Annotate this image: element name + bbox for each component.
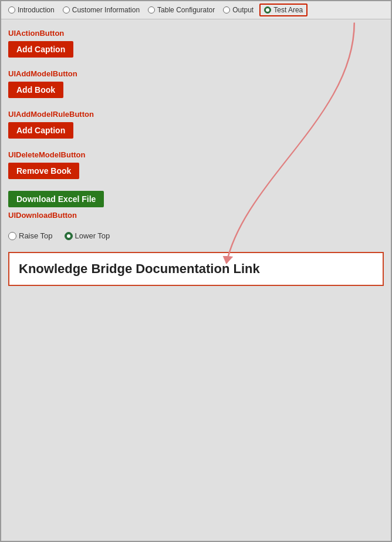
radio-label-lower: Lower Top <box>75 231 110 240</box>
section-delete-model: UIDeleteModelButton Remove Book <box>8 150 384 179</box>
nav-tabs: Introduction Customer Information Table … <box>1 1 391 19</box>
tab-label-test: Test Area <box>273 6 303 14</box>
tab-radio-test <box>264 6 271 14</box>
tab-table-configurator[interactable]: Table Configurator <box>146 5 217 15</box>
add-caption-button-2[interactable]: Add Caption <box>8 122 73 139</box>
tab-introduction[interactable]: Introduction <box>6 5 57 15</box>
tab-radio-introduction <box>8 6 15 14</box>
section-add-model: UIAddModelButton Add Book <box>8 69 384 98</box>
main-container: Introduction Customer Information Table … <box>0 0 392 542</box>
section-radio: Raise Top Lower Top <box>8 231 384 240</box>
download-excel-button[interactable]: Download Excel File <box>8 191 104 207</box>
tab-label-table: Table Configurator <box>157 6 215 14</box>
tab-output[interactable]: Output <box>221 5 256 15</box>
radio-raise-top[interactable]: Raise Top <box>8 231 53 240</box>
add-caption-button-1[interactable]: Add Caption <box>8 41 73 58</box>
label-action-button: UIActionButton <box>8 29 384 38</box>
tab-label-customer: Customer Information <box>72 6 140 14</box>
knowledge-bridge-text: Knowledge Bridge Documentation Link <box>19 261 260 276</box>
tab-customer-information[interactable]: Customer Information <box>60 5 142 15</box>
tab-radio-customer <box>63 6 70 14</box>
tab-radio-output <box>223 6 230 14</box>
radio-circle-raise <box>8 232 16 240</box>
radio-lower-top[interactable]: Lower Top <box>65 231 110 240</box>
tab-test-area[interactable]: Test Area <box>259 4 307 16</box>
section-action-button: UIActionButton Add Caption <box>8 29 384 58</box>
radio-circle-lower <box>65 232 73 240</box>
label-add-model-rule: UIAddModelRuleButton <box>8 110 384 119</box>
label-download: UIDownloadButton <box>8 211 384 220</box>
tab-label-output: Output <box>232 6 254 14</box>
tab-radio-table <box>148 6 155 14</box>
radio-group: Raise Top Lower Top <box>8 231 384 240</box>
remove-book-button[interactable]: Remove Book <box>8 163 79 179</box>
label-add-model: UIAddModelButton <box>8 69 384 78</box>
knowledge-bridge-box[interactable]: Knowledge Bridge Documentation Link <box>8 252 384 286</box>
main-content: UIActionButton Add Caption UIAddModelBut… <box>1 19 391 295</box>
section-add-model-rule: UIAddModelRuleButton Add Caption <box>8 110 384 139</box>
label-delete-model: UIDeleteModelButton <box>8 150 384 159</box>
section-download: Download Excel File UIDownloadButton <box>8 191 384 220</box>
tab-label-introduction: Introduction <box>18 6 55 14</box>
add-book-button[interactable]: Add Book <box>8 82 63 98</box>
radio-label-raise: Raise Top <box>19 231 53 240</box>
